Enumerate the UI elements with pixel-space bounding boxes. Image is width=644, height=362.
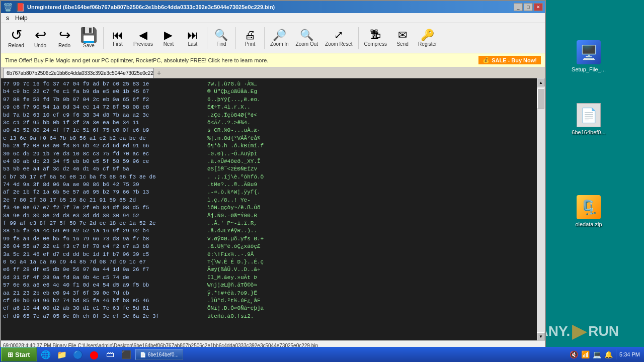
- next-label: Next: [164, 41, 174, 47]
- hex-ascii: ÔNï¦.D.Ò«0Ñá~cþ]a: [207, 305, 264, 312]
- redo-label: Redo: [58, 43, 70, 48]
- hex-bytes: e4 80 ab db 23 34 f5 eb b0 e5 5f 58 59 9…: [3, 158, 194, 165]
- first-button[interactable]: ⏮ First: [107, 28, 129, 48]
- hex-bytes: f 99 af c3 8f 27 5f 50 7e 2d ec 18 ee 1a…: [3, 220, 194, 227]
- compress-button[interactable]: 🗜 Compress: [362, 28, 390, 48]
- hex-ascii: ì.ç./8..! Ye-: [207, 197, 251, 204]
- hex-ascii: ö¶*ò.h .ó.kBÍmí.f: [207, 142, 264, 150]
- hex-ascii: ìðN.gçòy~/ë.ß.Õõ: [207, 204, 261, 212]
- scroll-up-button[interactable]: ▲: [537, 78, 545, 86]
- tray-alert-icon[interactable]: 🔔: [604, 350, 613, 358]
- save-button[interactable]: 💾 Save: [77, 27, 100, 50]
- taskbar-tray: 🔇 📶 💻 🔔 5:34 PM: [566, 349, 644, 359]
- zoom-out-button[interactable]: 🔍 Zoom Out: [293, 28, 320, 48]
- hex-bytes: cf d9 65 7e a7 05 9c 8h ch 8f 3e cf 3e 6…: [3, 313, 194, 320]
- scroll-down-button[interactable]: ▼: [537, 332, 545, 340]
- desktop-icon-setup[interactable]: 🖥️ Setup_File_...: [569, 40, 609, 72]
- file-icon: 📄: [577, 103, 601, 127]
- hex-row: 3a 9e d1 30 8e 2d d8 e3 3d dd 30 30 94 5…: [3, 212, 535, 220]
- print-button[interactable]: 🖨 Print: [239, 28, 261, 48]
- last-label: Last: [188, 41, 197, 47]
- find-button[interactable]: 🔍 Find: [210, 28, 232, 48]
- hex-ascii: ô<Á/..?.>ê¾4.: [207, 119, 251, 127]
- reload-button[interactable]: ↺ Reload: [5, 27, 27, 50]
- print-icon: 🖨: [245, 30, 256, 41]
- hex-row: ef a6 10 44 00 d2 ab 30 d1 e1 7e 63 fe 5…: [3, 305, 535, 312]
- content-area: 77 99 7c 16 fc 37 47 04 f9 ad b7 c0 25 8…: [1, 78, 545, 340]
- toolbar-sep-1: [103, 27, 104, 49]
- scrollbar[interactable]: ▲ ▼: [537, 78, 545, 340]
- taskbar-app-icon[interactable]: 🗃: [103, 349, 117, 360]
- hex-row: 2e 7 80 2f 38 17 b5 16 8c 21 91 59 65 2d…: [3, 197, 535, 204]
- hex-bytes: 6d 31 5f 4f 28 9a fd 8a 9b 4c c5 74 de: [3, 274, 194, 282]
- hex-bytes: 26 04 55 a7 22 el f3 c7 bf 78 e4 f2 e7 a…: [3, 243, 194, 250]
- taskbar: ⊞ Start 🌐 📁 🔵 ⬤ 🗃 ⬛ 📄: [0, 347, 644, 362]
- hex-bytes: 3c c1 2f 95 bb 0b 1f 3f 2a 3e ea be 34 1…: [3, 119, 194, 127]
- compress-icon: 🗜: [370, 30, 381, 41]
- taskbar-cmd-icon[interactable]: ⬛: [119, 349, 133, 360]
- ad-buy-button[interactable]: 💰 SALE - Buy Now!: [478, 56, 541, 64]
- undo-button[interactable]: ↩ Undo: [29, 27, 51, 50]
- hex-ascii: %|.n.8d{°VÁÂ²êå¾: [207, 135, 261, 142]
- hex-row: bd 7a b2 63 10 cf c9 f6 38 34 d8 7b aa a…: [3, 112, 535, 119]
- file-label: 6be164bef0...: [572, 129, 605, 135]
- tray-sound-icon[interactable]: 🔇: [570, 350, 578, 358]
- next-button[interactable]: ▶ Next: [157, 28, 180, 48]
- hex-bytes: af 2e 1b f2 1a 6b 5e 57 a6 95 b2 79 66 7…: [3, 189, 194, 196]
- hex-ascii: .tMe?...®..ÄBu9: [207, 181, 257, 189]
- taskbar-app-filemagic[interactable]: 📄 6be164bef0...: [135, 349, 183, 360]
- start-button[interactable]: ⊞ Start: [1, 347, 37, 361]
- undo-icon: ↩: [35, 28, 46, 42]
- scroll-track[interactable]: [537, 86, 545, 332]
- zoom-reset-label: Zoom Reset: [325, 41, 352, 47]
- previous-icon: ◀: [139, 30, 147, 41]
- find-label: Find: [216, 41, 226, 47]
- register-button[interactable]: 🔑 Register: [416, 28, 439, 48]
- taskbar-ie-icon[interactable]: 🌐: [39, 349, 53, 360]
- taskbar-chrome-icon[interactable]: 🔵: [71, 349, 85, 360]
- scroll-thumb[interactable]: [537, 88, 544, 109]
- hex-content[interactable]: 77 99 7c 16 fc 37 47 04 f9 ad b7 c0 25 8…: [1, 78, 537, 340]
- toolbar: ↺ Reload ↩ Undo ↪ Redo 💾 Save ⏮ First ◀: [1, 23, 545, 53]
- tray-monitor-icon[interactable]: 💻: [593, 350, 601, 358]
- hex-ascii: .ÏÙ°d.²t½.úF¿¸åF: [207, 297, 261, 305]
- oledata-label: oledata.zip: [575, 221, 602, 227]
- hex-row: c b7 3b 17 ef 6a 5c e8 1c ba f3 68 66 f3…: [3, 173, 535, 181]
- taskbar-apps: 🌐 📁 🔵 ⬤ 🗃 ⬛ 📄 6be164bef0...: [37, 349, 566, 360]
- send-button[interactable]: ✉ Send: [391, 28, 414, 48]
- toolbar-sep-3: [235, 27, 236, 49]
- minimize-button[interactable]: _: [514, 3, 523, 11]
- redo-button[interactable]: ↪ Redo: [53, 27, 75, 50]
- anyrun-play-icon: ▶: [572, 321, 586, 342]
- hex-bytes: 38 15 f3 4a 4c 59 e9 a2 52 1a 16 9f 29 9…: [3, 227, 194, 235]
- hex-bytes: 0 5c a4 1a ca a6 c9 44 85 7d 08 7d c9 1c…: [3, 258, 194, 266]
- ad-bar: Time Offer! Buy File Magic and get our P…: [1, 53, 545, 67]
- hex-ascii: -0.0)..~Ó.ÃuýpÌ: [207, 150, 257, 158]
- zoom-in-button[interactable]: 🔎 Zoom In: [268, 28, 291, 48]
- tray-network-icon[interactable]: 📶: [581, 350, 590, 358]
- hex-ascii: ùteñú.à0.fsi2.: [207, 313, 254, 320]
- desktop-icon-oledata[interactable]: 🗜️ oledata.zip: [569, 195, 609, 227]
- menu-item-s[interactable]: s: [3, 14, 12, 23]
- hex-ascii: Äæÿ(ßåÛ.V..D..&÷: [207, 266, 261, 274]
- app-window: 🗑️ 📕 Unregistered (6be164bef06b767ab807b…: [0, 0, 546, 349]
- previous-button[interactable]: ◀ Previous: [131, 28, 155, 48]
- file-tab[interactable]: 6b767ab807b2506c2e1bb6c4dda0333c392e3c50…: [3, 68, 154, 78]
- last-button[interactable]: ⏭ Last: [182, 28, 204, 48]
- find-icon: 🔍: [214, 30, 228, 41]
- close-button[interactable]: ✕: [534, 3, 543, 11]
- hex-ascii: øS[î®¯<2ÈÐÑEÏZv: [207, 165, 257, 173]
- desktop-icon-file[interactable]: 📄 6be164bef0...: [569, 103, 609, 135]
- menu-item-help[interactable]: Help: [12, 14, 31, 23]
- hex-ascii: Åj.Ñ0.-Øã=Ý00.R: [207, 212, 257, 220]
- hex-ascii: .-«.ò.k^W¦.ÿyf{.: [207, 189, 261, 196]
- redo-icon: ↪: [59, 28, 70, 42]
- zoom-out-icon: 🔍: [300, 30, 313, 41]
- zoom-reset-button[interactable]: ⤢ Zoom Reset: [323, 28, 355, 48]
- maximize-button[interactable]: □: [524, 3, 533, 11]
- taskbar-red-icon[interactable]: ⬤: [87, 349, 101, 360]
- tab-add-button[interactable]: +: [154, 68, 164, 78]
- taskbar-folder-icon[interactable]: 📁: [55, 349, 69, 360]
- anyrun-run: RUN: [588, 323, 619, 339]
- taskbar-app-icon-label: 📄: [140, 352, 146, 357]
